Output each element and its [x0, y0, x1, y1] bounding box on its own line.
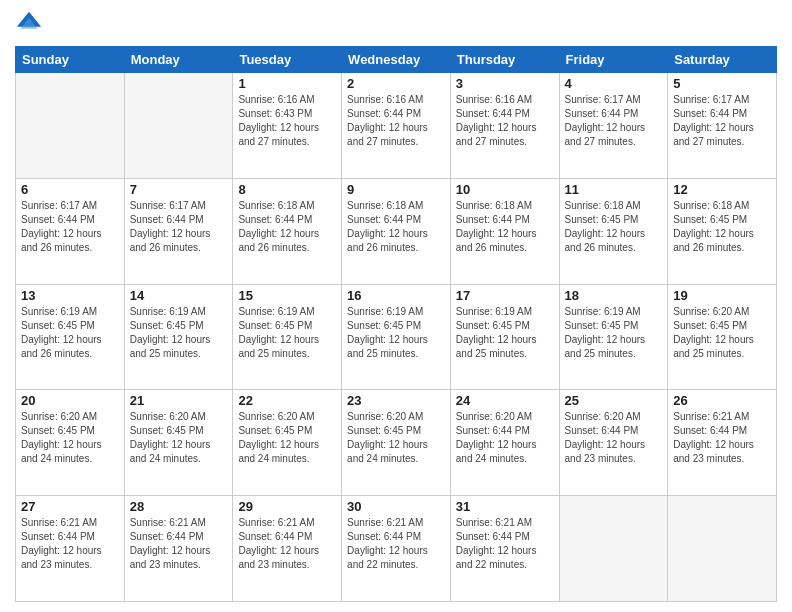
calendar-week-2: 13Sunrise: 6:19 AMSunset: 6:45 PMDayligh… [16, 284, 777, 390]
calendar-cell [559, 496, 668, 602]
calendar-week-3: 20Sunrise: 6:20 AMSunset: 6:45 PMDayligh… [16, 390, 777, 496]
daylight-text: Daylight: 12 hours and 25 minutes. [130, 333, 228, 361]
daylight-text: Daylight: 12 hours and 27 minutes. [565, 121, 663, 149]
calendar-cell: 23Sunrise: 6:20 AMSunset: 6:45 PMDayligh… [342, 390, 451, 496]
daylight-text: Daylight: 12 hours and 24 minutes. [21, 438, 119, 466]
day-number: 2 [347, 76, 445, 91]
calendar-header: SundayMondayTuesdayWednesdayThursdayFrid… [16, 47, 777, 73]
sunset-text: Sunset: 6:44 PM [565, 424, 663, 438]
sunset-text: Sunset: 6:44 PM [21, 213, 119, 227]
calendar-cell: 16Sunrise: 6:19 AMSunset: 6:45 PMDayligh… [342, 284, 451, 390]
sunset-text: Sunset: 6:44 PM [456, 424, 554, 438]
day-number: 31 [456, 499, 554, 514]
day-number: 12 [673, 182, 771, 197]
day-info: Sunrise: 6:18 AMSunset: 6:44 PMDaylight:… [238, 199, 336, 255]
day-number: 9 [347, 182, 445, 197]
daylight-text: Daylight: 12 hours and 25 minutes. [673, 333, 771, 361]
sunset-text: Sunset: 6:44 PM [673, 424, 771, 438]
sunset-text: Sunset: 6:44 PM [347, 530, 445, 544]
day-info: Sunrise: 6:17 AMSunset: 6:44 PMDaylight:… [130, 199, 228, 255]
sunrise-text: Sunrise: 6:17 AM [673, 93, 771, 107]
daylight-text: Daylight: 12 hours and 25 minutes. [347, 333, 445, 361]
calendar-cell: 17Sunrise: 6:19 AMSunset: 6:45 PMDayligh… [450, 284, 559, 390]
day-info: Sunrise: 6:20 AMSunset: 6:45 PMDaylight:… [347, 410, 445, 466]
day-number: 20 [21, 393, 119, 408]
sunrise-text: Sunrise: 6:18 AM [347, 199, 445, 213]
sunset-text: Sunset: 6:45 PM [21, 424, 119, 438]
daylight-text: Daylight: 12 hours and 23 minutes. [565, 438, 663, 466]
day-info: Sunrise: 6:19 AMSunset: 6:45 PMDaylight:… [130, 305, 228, 361]
weekday-header-thursday: Thursday [450, 47, 559, 73]
daylight-text: Daylight: 12 hours and 23 minutes. [130, 544, 228, 572]
calendar-table: SundayMondayTuesdayWednesdayThursdayFrid… [15, 46, 777, 602]
daylight-text: Daylight: 12 hours and 24 minutes. [130, 438, 228, 466]
daylight-text: Daylight: 12 hours and 25 minutes. [456, 333, 554, 361]
daylight-text: Daylight: 12 hours and 26 minutes. [565, 227, 663, 255]
day-number: 13 [21, 288, 119, 303]
sunrise-text: Sunrise: 6:17 AM [21, 199, 119, 213]
sunrise-text: Sunrise: 6:20 AM [347, 410, 445, 424]
day-number: 17 [456, 288, 554, 303]
sunset-text: Sunset: 6:45 PM [238, 319, 336, 333]
sunset-text: Sunset: 6:45 PM [565, 213, 663, 227]
day-number: 29 [238, 499, 336, 514]
sunset-text: Sunset: 6:44 PM [238, 213, 336, 227]
calendar-cell: 6Sunrise: 6:17 AMSunset: 6:44 PMDaylight… [16, 178, 125, 284]
sunset-text: Sunset: 6:44 PM [130, 213, 228, 227]
sunset-text: Sunset: 6:44 PM [238, 530, 336, 544]
calendar-cell: 25Sunrise: 6:20 AMSunset: 6:44 PMDayligh… [559, 390, 668, 496]
day-info: Sunrise: 6:17 AMSunset: 6:44 PMDaylight:… [673, 93, 771, 149]
calendar-cell: 4Sunrise: 6:17 AMSunset: 6:44 PMDaylight… [559, 73, 668, 179]
daylight-text: Daylight: 12 hours and 25 minutes. [238, 333, 336, 361]
daylight-text: Daylight: 12 hours and 22 minutes. [456, 544, 554, 572]
day-info: Sunrise: 6:19 AMSunset: 6:45 PMDaylight:… [238, 305, 336, 361]
calendar-cell: 31Sunrise: 6:21 AMSunset: 6:44 PMDayligh… [450, 496, 559, 602]
day-number: 4 [565, 76, 663, 91]
day-info: Sunrise: 6:19 AMSunset: 6:45 PMDaylight:… [21, 305, 119, 361]
day-info: Sunrise: 6:16 AMSunset: 6:43 PMDaylight:… [238, 93, 336, 149]
sunrise-text: Sunrise: 6:21 AM [347, 516, 445, 530]
sunrise-text: Sunrise: 6:20 AM [673, 305, 771, 319]
day-number: 14 [130, 288, 228, 303]
day-number: 7 [130, 182, 228, 197]
sunset-text: Sunset: 6:44 PM [456, 107, 554, 121]
sunrise-text: Sunrise: 6:20 AM [21, 410, 119, 424]
day-number: 28 [130, 499, 228, 514]
sunrise-text: Sunrise: 6:20 AM [238, 410, 336, 424]
calendar-cell: 13Sunrise: 6:19 AMSunset: 6:45 PMDayligh… [16, 284, 125, 390]
weekday-header-sunday: Sunday [16, 47, 125, 73]
sunrise-text: Sunrise: 6:18 AM [456, 199, 554, 213]
calendar-cell [124, 73, 233, 179]
sunrise-text: Sunrise: 6:18 AM [673, 199, 771, 213]
day-info: Sunrise: 6:20 AMSunset: 6:44 PMDaylight:… [456, 410, 554, 466]
sunrise-text: Sunrise: 6:16 AM [347, 93, 445, 107]
sunrise-text: Sunrise: 6:16 AM [456, 93, 554, 107]
calendar-cell: 12Sunrise: 6:18 AMSunset: 6:45 PMDayligh… [668, 178, 777, 284]
sunrise-text: Sunrise: 6:17 AM [130, 199, 228, 213]
sunrise-text: Sunrise: 6:18 AM [238, 199, 336, 213]
sunrise-text: Sunrise: 6:19 AM [565, 305, 663, 319]
sunset-text: Sunset: 6:45 PM [673, 319, 771, 333]
day-info: Sunrise: 6:20 AMSunset: 6:45 PMDaylight:… [238, 410, 336, 466]
weekday-header-friday: Friday [559, 47, 668, 73]
calendar-cell: 27Sunrise: 6:21 AMSunset: 6:44 PMDayligh… [16, 496, 125, 602]
daylight-text: Daylight: 12 hours and 26 minutes. [347, 227, 445, 255]
calendar-cell: 15Sunrise: 6:19 AMSunset: 6:45 PMDayligh… [233, 284, 342, 390]
sunrise-text: Sunrise: 6:19 AM [130, 305, 228, 319]
logo-icon [15, 10, 43, 38]
calendar-cell: 2Sunrise: 6:16 AMSunset: 6:44 PMDaylight… [342, 73, 451, 179]
day-info: Sunrise: 6:21 AMSunset: 6:44 PMDaylight:… [456, 516, 554, 572]
weekday-header-monday: Monday [124, 47, 233, 73]
calendar-cell [668, 496, 777, 602]
daylight-text: Daylight: 12 hours and 23 minutes. [673, 438, 771, 466]
day-info: Sunrise: 6:21 AMSunset: 6:44 PMDaylight:… [673, 410, 771, 466]
day-info: Sunrise: 6:21 AMSunset: 6:44 PMDaylight:… [130, 516, 228, 572]
sunset-text: Sunset: 6:45 PM [130, 319, 228, 333]
sunrise-text: Sunrise: 6:21 AM [130, 516, 228, 530]
day-number: 8 [238, 182, 336, 197]
calendar-cell: 11Sunrise: 6:18 AMSunset: 6:45 PMDayligh… [559, 178, 668, 284]
sunrise-text: Sunrise: 6:21 AM [21, 516, 119, 530]
sunset-text: Sunset: 6:44 PM [565, 107, 663, 121]
day-info: Sunrise: 6:17 AMSunset: 6:44 PMDaylight:… [21, 199, 119, 255]
day-info: Sunrise: 6:21 AMSunset: 6:44 PMDaylight:… [238, 516, 336, 572]
